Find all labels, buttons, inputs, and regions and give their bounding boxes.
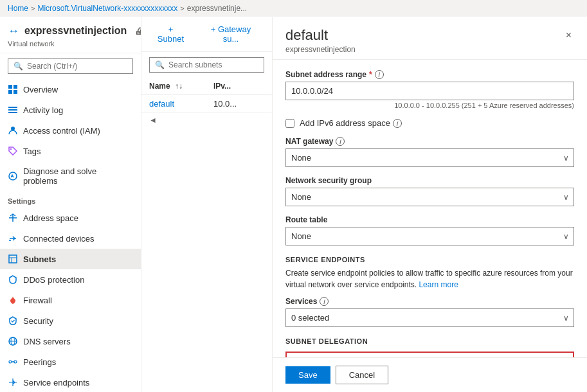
services-info-icon[interactable]: i bbox=[320, 297, 329, 306]
tags-label: Tags bbox=[23, 147, 41, 156]
add-gateway-subnet-button[interactable]: + Gateway su... bbox=[197, 22, 264, 46]
nsg-select[interactable]: None bbox=[285, 188, 574, 206]
ipv6-label[interactable]: Add IPv6 address space i bbox=[300, 118, 402, 128]
svg-rect-3 bbox=[14, 90, 17, 94]
activity-log-icon bbox=[8, 105, 18, 115]
close-button[interactable]: × bbox=[563, 27, 574, 44]
sidebar-item-subnets[interactable]: Subnets bbox=[0, 249, 141, 269]
panel-footer: Save Cancel bbox=[273, 357, 587, 392]
sidebar-search-box[interactable]: 🔍 bbox=[8, 58, 133, 74]
save-button[interactable]: Save bbox=[285, 366, 330, 384]
toolbar: + Subnet + Gateway su... bbox=[141, 17, 272, 52]
services-group: Services i 0 selected ∨ bbox=[285, 297, 574, 327]
sidebar-item-peerings[interactable]: Peerings bbox=[0, 352, 141, 372]
address-space-icon bbox=[8, 213, 18, 223]
subnet-address-range-input[interactable] bbox=[285, 82, 574, 100]
svg-rect-1 bbox=[14, 85, 17, 89]
svg-point-13 bbox=[9, 361, 12, 363]
nsg-select-control: None ∨ bbox=[285, 188, 574, 206]
service-endpoints-title: SERVICE ENDPOINTS bbox=[285, 256, 574, 263]
svg-rect-2 bbox=[8, 90, 12, 94]
breadcrumb: Home > Microsoft.VirtualNetwork-xxxxxxxx… bbox=[0, 0, 587, 17]
svg-rect-6 bbox=[8, 112, 17, 113]
panel-subtitle: expressvnetinjection bbox=[285, 45, 356, 54]
sidebar-item-firewall[interactable]: Firewall bbox=[0, 290, 141, 310]
firewall-icon bbox=[8, 295, 18, 305]
print-icon[interactable]: 🖨 bbox=[134, 26, 141, 36]
cancel-button[interactable]: Cancel bbox=[336, 366, 388, 384]
service-endpoints-label: Service endpoints bbox=[23, 378, 89, 388]
learn-more-link[interactable]: Learn more bbox=[419, 280, 458, 289]
sidebar-item-address-space[interactable]: Address space bbox=[0, 208, 141, 228]
sidebar-item-ddos-protection[interactable]: DDoS protection bbox=[0, 269, 141, 290]
sidebar-item-access-control[interactable]: Access control (IAM) bbox=[0, 120, 141, 141]
svg-rect-4 bbox=[8, 107, 17, 108]
svg-rect-5 bbox=[8, 109, 17, 111]
security-icon bbox=[8, 316, 18, 326]
panel-header-text: default expressvnetinjection bbox=[285, 27, 356, 54]
nat-gateway-select[interactable]: None bbox=[285, 148, 574, 167]
sidebar-item-overview[interactable]: Overview bbox=[0, 79, 141, 100]
panel-header: default expressvnetinjection × bbox=[273, 17, 587, 60]
app-container: Home > Microsoft.VirtualNetwork-xxxxxxxx… bbox=[0, 0, 587, 392]
route-table-select[interactable]: None bbox=[285, 227, 574, 245]
breadcrumb-home[interactable]: Home bbox=[8, 4, 28, 13]
col-name-header: Name ↑↓ bbox=[149, 82, 213, 91]
svg-point-7 bbox=[11, 127, 15, 130]
sidebar-item-diagnose[interactable]: Diagnose and solve problems bbox=[0, 161, 141, 191]
ddos-protection-label: DDoS protection bbox=[23, 275, 84, 285]
sidebar-title: ↔ expressvnetinjection 🖨 bbox=[8, 24, 141, 38]
subnet-ipv-cell: 10.0... bbox=[213, 99, 264, 109]
search-input[interactable] bbox=[27, 62, 127, 71]
subnets-label: Subnets bbox=[23, 254, 56, 264]
scroll-indicator: ◄ bbox=[141, 113, 272, 127]
services-select-control: 0 selected ∨ bbox=[285, 308, 574, 327]
route-table-select-control: None ∨ bbox=[285, 227, 574, 245]
sidebar-title-text: expressvnetinjection bbox=[24, 25, 127, 37]
nat-gateway-group: NAT gateway i None ∨ bbox=[285, 137, 574, 167]
settings-section-label: Settings bbox=[0, 191, 141, 208]
security-label: Security bbox=[23, 316, 53, 326]
connected-devices-label: Connected devices bbox=[23, 234, 95, 244]
sidebar-item-dns-servers[interactable]: DNS servers bbox=[0, 331, 141, 352]
breadcrumb-sep-1: > bbox=[31, 4, 35, 12]
nat-gateway-select-control: None ∨ bbox=[285, 148, 574, 167]
service-endpoints-section: SERVICE ENDPOINTS Create service endpoin… bbox=[285, 256, 574, 290]
sort-icon[interactable]: ↑↓ bbox=[175, 82, 183, 91]
sidebar: ↔ expressvnetinjection 🖨 « Virtual netwo… bbox=[0, 17, 141, 392]
subnet-search-input[interactable] bbox=[168, 60, 258, 69]
sidebar-item-activity-log[interactable]: Activity log bbox=[0, 100, 141, 120]
diagnose-icon bbox=[8, 171, 18, 181]
required-indicator: * bbox=[369, 70, 372, 79]
dns-servers-label: DNS servers bbox=[23, 337, 71, 346]
subnet-address-info-icon[interactable]: i bbox=[375, 70, 384, 79]
subnet-address-range-group: Subnet address range * i 10.0.0.0 - 10.0… bbox=[285, 70, 574, 109]
sidebar-item-service-endpoints[interactable]: Service endpoints bbox=[0, 372, 141, 392]
breadcrumb-current: expressvnetinje... bbox=[187, 4, 247, 13]
sidebar-item-connected-devices[interactable]: Connected devices bbox=[0, 228, 141, 249]
service-endpoints-icon bbox=[8, 377, 18, 388]
add-subnet-button[interactable]: + Subnet bbox=[149, 22, 192, 46]
sidebar-item-security[interactable]: Security bbox=[0, 310, 141, 331]
breadcrumb-sep-2: > bbox=[180, 4, 184, 12]
add-subnet-label: + Subnet bbox=[154, 24, 187, 44]
ipv6-checkbox[interactable] bbox=[285, 119, 294, 128]
table-row[interactable]: default 10.0... bbox=[141, 95, 272, 113]
services-select[interactable]: 0 selected bbox=[285, 308, 574, 327]
breadcrumb-vnet[interactable]: Microsoft.VirtualNetwork-xxxxxxxxxxxxxx bbox=[37, 4, 177, 13]
main-layout: ↔ expressvnetinjection 🖨 « Virtual netwo… bbox=[0, 17, 587, 392]
nat-gateway-label: NAT gateway i bbox=[285, 137, 574, 146]
sidebar-item-tags[interactable]: Tags bbox=[0, 141, 141, 161]
access-control-icon bbox=[8, 125, 18, 136]
subnet-address-range-label: Subnet address range * i bbox=[285, 70, 574, 79]
overview-label: Overview bbox=[23, 85, 58, 94]
nat-gateway-info-icon[interactable]: i bbox=[336, 137, 345, 146]
svg-point-14 bbox=[14, 361, 17, 363]
sidebar-header: ↔ expressvnetinjection 🖨 « Virtual netwo… bbox=[0, 17, 141, 53]
dns-servers-icon bbox=[8, 336, 18, 346]
ipv6-info-icon[interactable]: i bbox=[393, 119, 402, 128]
subnet-search-icon: 🔍 bbox=[155, 60, 165, 69]
route-table-group: Route table None ∨ bbox=[285, 215, 574, 245]
subnet-search-box[interactable]: 🔍 bbox=[149, 57, 264, 73]
peerings-icon bbox=[8, 357, 18, 367]
